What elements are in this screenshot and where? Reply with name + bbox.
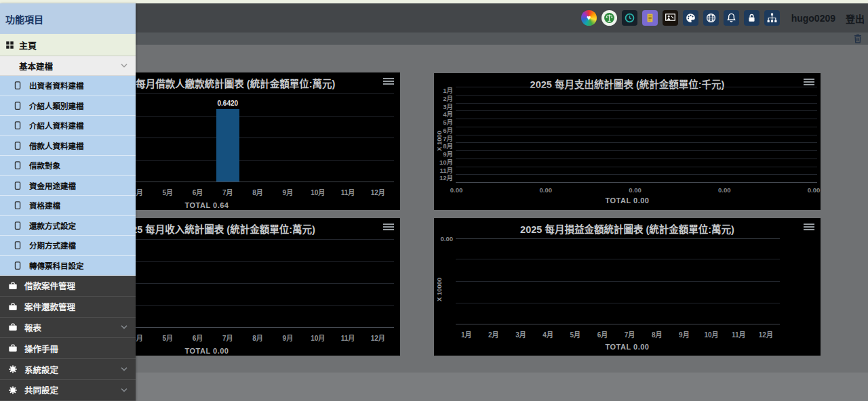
chart-menu-icon[interactable] xyxy=(804,224,814,232)
sidebar-item[interactable]: 介紹人類別建檔 xyxy=(0,96,136,117)
clipboard-icon xyxy=(14,240,21,250)
bar-value-label: 0.6420 xyxy=(218,100,239,107)
trash-icon[interactable] xyxy=(852,33,863,44)
sidebar-item[interactable]: 系統設定 xyxy=(0,359,136,380)
gridline xyxy=(456,127,817,127)
sidebar-item-label: 資金用途建檔 xyxy=(29,180,76,191)
sidebar-item[interactable]: 出資者資料建檔 xyxy=(0,76,136,96)
sidebar-item[interactable]: 共同設定 xyxy=(0,380,136,401)
gridline xyxy=(456,87,817,87)
sidebar-item[interactable]: 借款人資料建檔 xyxy=(0,136,136,156)
palette-icon[interactable] xyxy=(683,10,698,26)
brand-logo-icon[interactable]: ♥ xyxy=(581,10,597,26)
sidebar-item-label: 還款方式設定 xyxy=(29,220,76,231)
briefcase-icon xyxy=(8,322,18,332)
logout-button[interactable]: 登出 xyxy=(846,12,865,25)
scales-icon[interactable] xyxy=(601,10,617,26)
x-axis-label: 2月 xyxy=(484,329,503,339)
sidebar-item-label: 分期方式建檔 xyxy=(29,240,76,251)
sidebar-item[interactable]: 介紹人資料建檔 xyxy=(0,116,136,136)
sidebar-item[interactable]: 主頁 xyxy=(0,34,136,56)
chart-menu-icon[interactable] xyxy=(383,224,394,232)
gridline xyxy=(456,303,780,303)
baseline xyxy=(456,182,817,183)
lock-icon[interactable] xyxy=(744,10,760,26)
sidebar-item-label: 基本建檔 xyxy=(19,60,53,72)
globe-icon[interactable] xyxy=(703,10,719,26)
clock-icon[interactable] xyxy=(622,10,637,26)
clipboard-icon xyxy=(14,121,21,130)
heart-glyph: ♥ xyxy=(587,14,591,22)
x-axis-tick: 0.00 xyxy=(714,186,734,194)
sidebar-item-label: 介紹人資料建檔 xyxy=(29,120,84,131)
sidebar-item[interactable]: 資金用途建檔 xyxy=(0,176,136,196)
sidebar-item-label: 共同設定 xyxy=(24,383,58,396)
x-axis-label: 8月 xyxy=(248,187,267,197)
sidebar-item[interactable]: 轉傳票科目設定 xyxy=(0,256,136,276)
briefcase-icon xyxy=(8,343,18,353)
gridline xyxy=(456,281,780,282)
briefcase-icon xyxy=(8,302,18,312)
gridline xyxy=(456,167,817,167)
gridline xyxy=(456,142,817,143)
chevron-down-icon xyxy=(121,325,127,329)
chart-menu-icon[interactable] xyxy=(804,79,814,87)
clipboard-icon xyxy=(14,200,21,210)
gridline xyxy=(456,119,817,119)
sidebar-item[interactable]: 借款案件管理 xyxy=(0,276,136,297)
sidebar-item[interactable]: 借款對象 xyxy=(0,156,136,176)
zero-line xyxy=(456,238,780,239)
gridline xyxy=(456,110,817,111)
topbar-icon-row: ♥ xyxy=(581,10,780,26)
sidebar-item-label: 案件還款管理 xyxy=(24,300,75,313)
sidebar-item-label: 出資者資料建檔 xyxy=(29,80,84,91)
sidebar-item-label: 借款人資料建檔 xyxy=(29,140,84,151)
chart-title: 2025 每月收入統計圖表 (統計金額單位:萬元) xyxy=(121,221,315,236)
briefcase-icon xyxy=(8,281,18,291)
x-axis-label: 5月 xyxy=(566,329,585,339)
sidebar-item-label: 資格建檔 xyxy=(29,200,60,211)
x-axis-label: 12月 xyxy=(368,333,387,343)
sidebar: 功能項目 主頁基本建檔出資者資料建檔介紹人類別建檔介紹人資料建檔借款人資料建檔借… xyxy=(0,3,136,401)
x-axis-label: 12月 xyxy=(368,187,387,197)
chart-menu-icon[interactable] xyxy=(383,78,394,86)
gridline xyxy=(456,159,817,159)
gridline xyxy=(456,150,817,151)
x-axis-label: 7月 xyxy=(620,329,639,339)
chart-total-label: TOTAL 0.00 xyxy=(434,343,821,351)
x-axis-label: 9月 xyxy=(278,187,297,197)
x-axis-label: 9月 xyxy=(278,333,297,343)
x-axis-label: 4月 xyxy=(538,329,557,339)
x-axis-tick: 0.00 xyxy=(625,186,646,194)
sidebar-item[interactable]: 報表 xyxy=(0,318,136,339)
clipboard-icon xyxy=(14,81,21,90)
gridline xyxy=(456,135,817,135)
sidebar-item-label: 轉傳票科目設定 xyxy=(29,260,84,271)
bell-icon[interactable] xyxy=(724,10,739,26)
chart-title: 2025 每月支出統計圖表 (統計金額單位:千元) xyxy=(434,77,821,91)
sidebar-item[interactable]: 分期方式建檔 xyxy=(0,236,136,256)
grid-icon xyxy=(5,41,14,49)
sidebar-item[interactable]: 基本建檔 xyxy=(0,56,136,76)
sitemap-icon[interactable] xyxy=(764,10,780,26)
y-axis-label: 12月 xyxy=(437,173,453,182)
x-axis-label: 11月 xyxy=(338,333,357,343)
sidebar-item[interactable]: 案件還款管理 xyxy=(0,297,136,318)
clipboard-icon xyxy=(14,261,21,270)
sidebar-item[interactable]: 還款方式設定 xyxy=(0,216,136,236)
presentation-icon[interactable] xyxy=(663,10,678,26)
clipboard-icon xyxy=(14,161,21,170)
sidebar-item-label: 報表 xyxy=(24,321,41,334)
x-axis-label: 9月 xyxy=(675,329,694,339)
sidebar-item[interactable]: 操作手冊 xyxy=(0,338,136,359)
username-label: hugo0209 xyxy=(791,13,835,24)
x-axis-label: 11月 xyxy=(729,329,748,339)
clipboard-icon xyxy=(14,101,21,110)
scroll-icon[interactable] xyxy=(642,10,658,26)
clipboard-icon xyxy=(14,141,21,150)
x-axis-tick: 0.00 xyxy=(446,186,467,194)
x-axis-label: 8月 xyxy=(248,333,267,343)
sidebar-item[interactable]: 資格建檔 xyxy=(0,196,136,216)
x-axis-label: 10月 xyxy=(702,329,721,339)
sidebar-item-label: 借款案件管理 xyxy=(24,279,75,292)
